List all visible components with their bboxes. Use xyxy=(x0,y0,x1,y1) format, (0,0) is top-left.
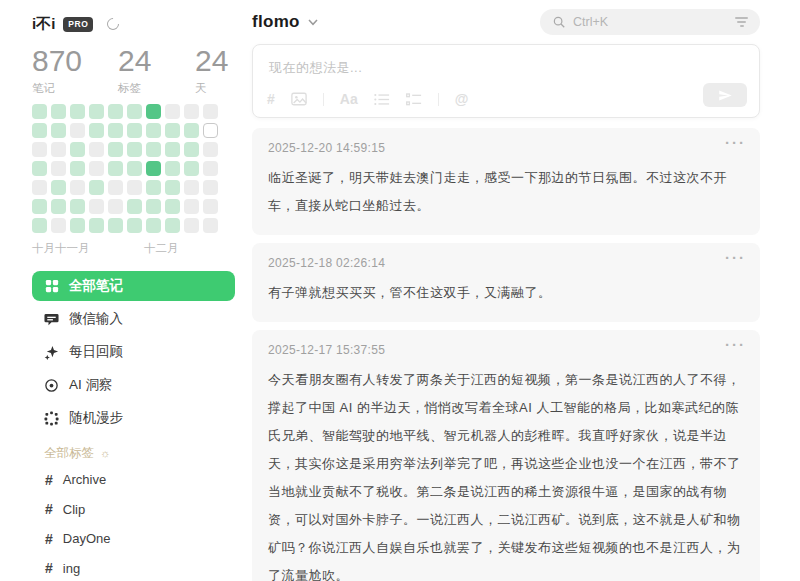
heatmap-cell[interactable] xyxy=(184,104,199,119)
heatmap-cell[interactable] xyxy=(70,104,85,119)
heatmap-cell[interactable] xyxy=(108,142,123,157)
heatmap-cell[interactable] xyxy=(203,180,218,195)
heatmap-cell[interactable] xyxy=(51,161,66,176)
tag-item-clip[interactable]: # Clip xyxy=(32,495,250,525)
note-composer[interactable]: 现在的想法是... # Aa @ xyxy=(252,44,760,118)
flomo-logo: flomo xyxy=(252,12,300,32)
logo-menu[interactable]: flomo xyxy=(252,12,318,32)
heatmap-cell[interactable] xyxy=(165,218,180,233)
sidebar-item-all-notes[interactable]: 全部笔记 xyxy=(32,271,235,301)
heatmap-cell[interactable] xyxy=(127,218,142,233)
more-menu-icon[interactable]: ··· xyxy=(725,249,746,266)
heatmap-cell[interactable] xyxy=(203,199,218,214)
heatmap-cell[interactable] xyxy=(89,104,104,119)
send-button[interactable] xyxy=(703,83,747,107)
mention-icon[interactable]: @ xyxy=(455,91,469,107)
heatmap-cell[interactable] xyxy=(70,123,85,138)
tag-item-archive[interactable]: # Archive xyxy=(32,465,250,495)
more-menu-icon[interactable]: ··· xyxy=(725,134,746,151)
heatmap-cell[interactable] xyxy=(203,218,218,233)
heatmap-cell[interactable] xyxy=(51,142,66,157)
heatmap-cell[interactable] xyxy=(32,161,47,176)
heatmap-cell[interactable] xyxy=(184,218,199,233)
check-list-icon[interactable] xyxy=(406,93,422,106)
heatmap-cell[interactable] xyxy=(146,123,161,138)
heatmap-cell[interactable] xyxy=(203,161,218,176)
sidebar-item-random-walk[interactable]: 随机漫步 xyxy=(32,403,235,433)
heatmap-cell[interactable] xyxy=(89,161,104,176)
heatmap-cell[interactable] xyxy=(51,123,66,138)
heatmap-cell[interactable] xyxy=(51,218,66,233)
tags-header[interactable]: 全部标签 ☼ xyxy=(32,441,250,465)
heatmap-cell[interactable] xyxy=(108,104,123,119)
sidebar-item-daily-review[interactable]: 每日回顾 xyxy=(32,337,235,367)
heatmap-cell[interactable] xyxy=(184,199,199,214)
heatmap-cell[interactable] xyxy=(203,104,218,119)
heatmap-cell[interactable] xyxy=(89,218,104,233)
heatmap-cell[interactable] xyxy=(51,199,66,214)
more-menu-icon[interactable]: ··· xyxy=(725,336,746,353)
tag-insert-icon[interactable]: # xyxy=(267,91,275,107)
sync-icon[interactable] xyxy=(105,16,122,33)
note-card: 2025-12-20 14:59:15 ··· 临近圣诞了，明天带娃去澳门走走，… xyxy=(252,128,760,235)
heatmap-cell[interactable] xyxy=(32,180,47,195)
heatmap-cell[interactable] xyxy=(184,180,199,195)
username[interactable]: i不i xyxy=(32,15,55,34)
heatmap-cell[interactable] xyxy=(32,104,47,119)
heatmap-cell[interactable] xyxy=(108,199,123,214)
heatmap-cell[interactable] xyxy=(89,199,104,214)
heatmap-cell[interactable] xyxy=(165,199,180,214)
heatmap-cell[interactable] xyxy=(70,180,85,195)
image-icon[interactable] xyxy=(291,92,307,106)
heatmap-cell[interactable] xyxy=(108,123,123,138)
heatmap-cell[interactable] xyxy=(146,180,161,195)
heatmap-cell[interactable] xyxy=(165,123,180,138)
heatmap-cell[interactable] xyxy=(108,180,123,195)
tag-item-dayone[interactable]: # DayOne xyxy=(32,524,250,554)
composer-placeholder[interactable]: 现在的想法是... xyxy=(269,59,743,77)
heatmap-cell[interactable] xyxy=(127,180,142,195)
text-format-icon[interactable]: Aa xyxy=(340,91,358,107)
heatmap-cell[interactable] xyxy=(146,142,161,157)
heatmap-cell[interactable] xyxy=(89,180,104,195)
heatmap-cell[interactable] xyxy=(146,199,161,214)
heatmap-cell[interactable] xyxy=(32,123,47,138)
heatmap-cell[interactable] xyxy=(146,161,161,176)
heatmap-cell[interactable] xyxy=(70,199,85,214)
sidebar-item-wechat-input[interactable]: 微信输入 xyxy=(32,304,235,334)
heatmap-cell[interactable] xyxy=(203,142,218,157)
heatmap-cell[interactable] xyxy=(146,218,161,233)
tag-item-ing[interactable]: # ing xyxy=(32,554,250,581)
heatmap-cell[interactable] xyxy=(108,218,123,233)
sun-icon[interactable]: ☼ xyxy=(100,447,110,459)
heatmap-cell[interactable] xyxy=(165,142,180,157)
heatmap-cell[interactable] xyxy=(184,161,199,176)
heatmap-cell[interactable] xyxy=(127,104,142,119)
heatmap-cell[interactable] xyxy=(127,142,142,157)
heatmap-cell[interactable] xyxy=(165,180,180,195)
heatmap-cell[interactable] xyxy=(127,161,142,176)
heatmap-cell[interactable] xyxy=(146,104,161,119)
heatmap-cell[interactable] xyxy=(70,218,85,233)
heatmap-cell[interactable] xyxy=(32,142,47,157)
heatmap-cell[interactable] xyxy=(184,123,199,138)
heatmap-cell[interactable] xyxy=(203,123,218,138)
heatmap-cell[interactable] xyxy=(108,161,123,176)
search-input[interactable]: Ctrl+K xyxy=(540,9,760,35)
heatmap-cell[interactable] xyxy=(127,123,142,138)
heatmap-cell[interactable] xyxy=(127,199,142,214)
heatmap-cell[interactable] xyxy=(184,142,199,157)
heatmap-cell[interactable] xyxy=(89,142,104,157)
heatmap-cell[interactable] xyxy=(32,218,47,233)
heatmap-cell[interactable] xyxy=(165,104,180,119)
heatmap-cell[interactable] xyxy=(32,199,47,214)
heatmap-cell[interactable] xyxy=(70,142,85,157)
heatmap-cell[interactable] xyxy=(51,180,66,195)
heatmap-cell[interactable] xyxy=(165,161,180,176)
sidebar-item-ai-insight[interactable]: AI 洞察 xyxy=(32,370,235,400)
filter-icon[interactable] xyxy=(735,17,748,27)
heatmap-cell[interactable] xyxy=(51,104,66,119)
bullet-list-icon[interactable] xyxy=(374,93,390,106)
heatmap-cell[interactable] xyxy=(70,161,85,176)
heatmap-cell[interactable] xyxy=(89,123,104,138)
